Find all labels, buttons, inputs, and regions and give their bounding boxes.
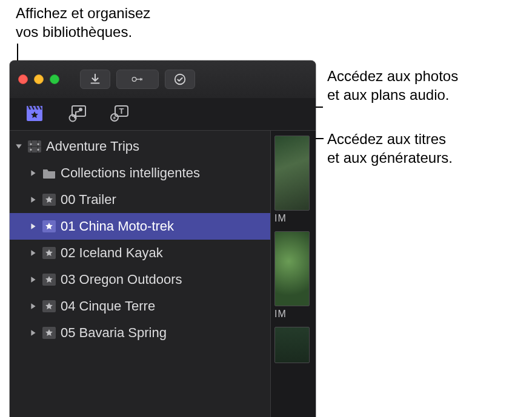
callout-photos-audio: Accédez aux photos et aux plans audio.	[327, 67, 458, 104]
clip-thumbnail[interactable]	[274, 231, 310, 306]
photos-audio-icon	[67, 104, 87, 125]
svg-point-7	[79, 108, 82, 111]
svg-rect-3	[140, 78, 141, 80]
row-label: 05 Bavaria Spring	[61, 325, 167, 341]
disclosure-closed-icon	[29, 302, 38, 310]
disclosure-closed-icon	[29, 275, 38, 284]
row-label: 02 Iceland Kayak	[61, 245, 163, 261]
svg-point-1	[132, 77, 136, 82]
row-label: 01 China Moto-trek	[61, 218, 174, 234]
clip-thumbnail[interactable]	[274, 327, 310, 363]
sidebar-item-event-selected[interactable]: 01 China Moto-trek	[10, 213, 270, 240]
library-name: Adventure Trips	[46, 139, 139, 154]
event-star-icon	[41, 273, 57, 286]
keyword-button[interactable]	[116, 70, 159, 89]
titlebar	[10, 61, 316, 98]
event-star-icon	[41, 220, 57, 233]
clip-browser: IM IM	[270, 131, 316, 417]
svg-text:T: T	[119, 107, 124, 116]
library-row[interactable]: Adventure Trips	[10, 133, 270, 160]
sidebar-item-event[interactable]: 04 Cinque Terre	[10, 293, 270, 320]
svg-rect-0	[91, 83, 100, 84]
row-label: 04 Cinque Terre	[61, 298, 155, 314]
minimize-window-button[interactable]	[34, 74, 44, 84]
clip-thumbnail[interactable]	[274, 136, 310, 211]
tab-libraries[interactable]	[13, 98, 56, 131]
tab-titles-generators[interactable]: T✶	[98, 98, 141, 131]
clip-label: IM	[274, 213, 312, 224]
app-window: T✶ Adventure Trips	[10, 61, 316, 417]
row-label: 00 Trailer	[61, 192, 116, 208]
event-star-icon	[41, 193, 57, 206]
tab-photos-audio[interactable]	[56, 98, 98, 131]
sidebar-item-smart-collections[interactable]: Collections intelligentes	[10, 160, 270, 186]
svg-point-9	[74, 116, 76, 119]
event-star-icon	[41, 246, 57, 260]
callout-libraries: Affichez et organisez vos bibliothèques.	[16, 4, 150, 41]
event-star-icon	[41, 326, 57, 340]
svg-rect-2	[136, 79, 142, 79]
sidebar-item-event[interactable]: 02 Iceland Kayak	[10, 240, 270, 266]
disclosure-closed-icon	[29, 329, 38, 337]
sidebar-tabs: T✶	[10, 98, 316, 131]
library-icon	[27, 140, 42, 153]
window-controls	[18, 74, 59, 84]
sidebar-item-event[interactable]: 00 Trailer	[10, 186, 270, 213]
disclosure-closed-icon	[29, 195, 38, 204]
library-sidebar: Adventure Trips Collections intelligente…	[10, 131, 270, 417]
clapperboard-icon	[25, 104, 44, 125]
callout-titles-generators: Accédez aux titres et aux générateurs.	[327, 130, 453, 167]
disclosure-open-icon	[15, 142, 23, 151]
disclosure-closed-icon	[29, 169, 38, 177]
row-label: Collections intelligentes	[61, 165, 200, 181]
row-label: 03 Oregon Outdoors	[61, 272, 182, 287]
svg-rect-4	[142, 78, 142, 80]
close-window-button[interactable]	[18, 74, 28, 84]
svg-text:✶: ✶	[112, 115, 117, 121]
import-button[interactable]	[80, 70, 110, 89]
sidebar-item-event[interactable]: 05 Bavaria Spring	[10, 320, 270, 346]
disclosure-closed-icon	[29, 249, 38, 257]
zoom-window-button[interactable]	[50, 74, 59, 84]
titles-generators-icon: T✶	[110, 104, 129, 125]
event-star-icon	[41, 300, 57, 313]
disclosure-closed-icon	[29, 222, 38, 231]
sidebar-item-event[interactable]: 03 Oregon Outdoors	[10, 266, 270, 293]
clip-label: IM	[274, 309, 312, 320]
background-tasks-button[interactable]	[165, 70, 195, 89]
folder-icon	[41, 166, 57, 180]
